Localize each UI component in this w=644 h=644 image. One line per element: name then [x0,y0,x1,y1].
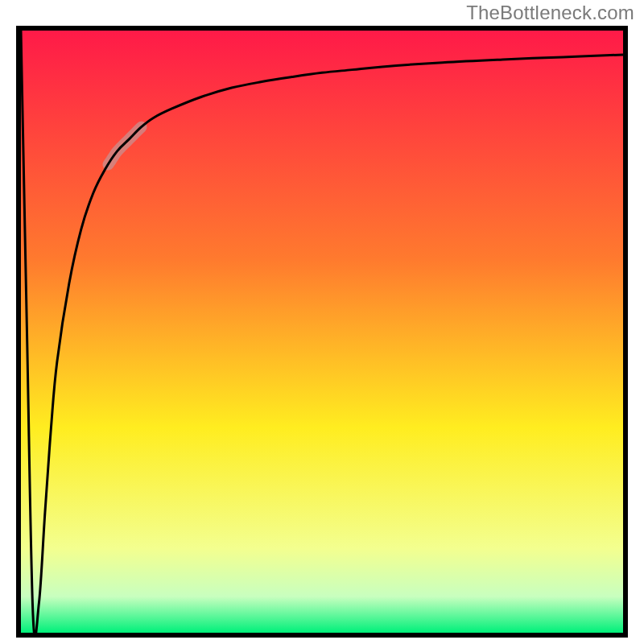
chart-svg [21,31,623,633]
watermark-text: TheBottleneck.com [466,2,634,24]
gradient-background [21,31,623,633]
chart-container: TheBottleneck.com [0,0,644,644]
chart-frame [16,26,628,638]
